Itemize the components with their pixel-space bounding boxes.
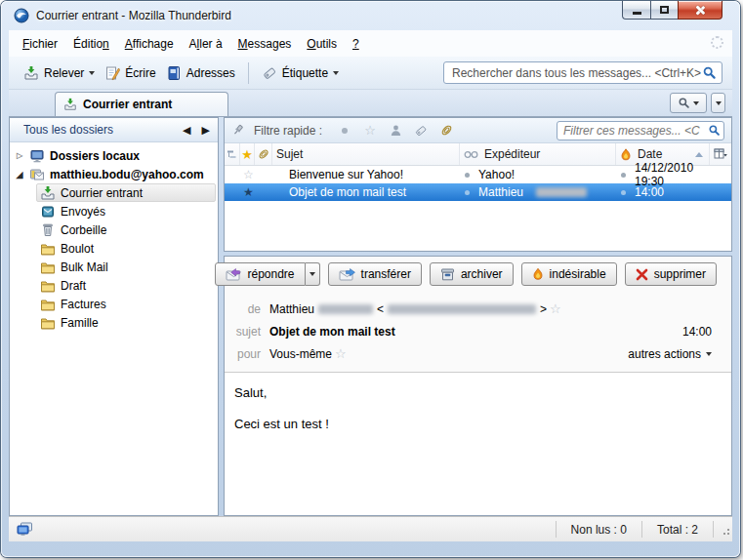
folder-factures[interactable]: Factures bbox=[10, 295, 218, 313]
other-actions-button[interactable]: autres actions bbox=[628, 347, 718, 361]
header-to-row: pour Vous-même ☆ autres actions bbox=[228, 346, 718, 361]
reply-button[interactable]: répondre bbox=[215, 262, 306, 286]
junk-indicator-icon[interactable] bbox=[621, 173, 626, 178]
junk-indicator-icon[interactable] bbox=[621, 190, 626, 195]
get-mail-button[interactable]: Relever bbox=[19, 62, 100, 84]
search-icon bbox=[708, 124, 721, 137]
filter-messages-box[interactable] bbox=[557, 121, 724, 140]
close-button[interactable] bbox=[678, 1, 722, 20]
menu-edition[interactable]: Édition bbox=[65, 32, 117, 56]
archive-button[interactable]: archiver bbox=[430, 262, 514, 286]
filter-contact-button[interactable] bbox=[383, 122, 408, 140]
right-pane: Filtre rapide : ☆ bbox=[224, 117, 732, 516]
filter-tags-button[interactable] bbox=[408, 122, 433, 140]
filter-attachment-button[interactable] bbox=[433, 122, 459, 140]
sender-column-button[interactable]: Expéditeur bbox=[460, 143, 616, 165]
read-indicator-icon[interactable] bbox=[465, 173, 470, 178]
message-row-bienvenue[interactable]: ☆ Bienvenue sur Yahoo! Yahoo! 14/12/2010… bbox=[225, 166, 731, 183]
twisty-collapsed-icon[interactable]: ▷ bbox=[15, 151, 24, 160]
message-headers: de Matthieu < > ☆ sujet Objet de mon mai bbox=[225, 288, 731, 372]
star-toggle[interactable]: ☆ bbox=[225, 168, 272, 181]
subject-column-button[interactable]: Sujet bbox=[272, 143, 460, 165]
message-time: 14:00 bbox=[682, 325, 718, 339]
menu-outils[interactable]: Outils bbox=[299, 32, 345, 56]
menu-affichage[interactable]: Affichage bbox=[117, 32, 182, 56]
delete-button[interactable]: supprimer bbox=[625, 262, 717, 286]
date-column-button[interactable]: Date bbox=[616, 143, 710, 165]
pin-icon[interactable] bbox=[231, 123, 246, 138]
message-date: 14:00 bbox=[635, 185, 664, 199]
folder-icon bbox=[40, 260, 56, 275]
filter-starred-button[interactable]: ☆ bbox=[357, 122, 383, 140]
from-bracket: > bbox=[540, 302, 547, 316]
thread-column-button[interactable] bbox=[225, 143, 240, 165]
trash-icon bbox=[40, 222, 56, 238]
maximize-button[interactable] bbox=[650, 1, 678, 20]
menu-fichier[interactable]: Fichier bbox=[15, 32, 65, 56]
paperclip-icon bbox=[258, 148, 269, 160]
titlebar[interactable]: Courrier entrant - Mozilla Thunderbird bbox=[1, 1, 740, 30]
compose-icon bbox=[104, 65, 120, 81]
to-value[interactable]: Vous-même bbox=[269, 347, 332, 361]
folder-famille[interactable]: Famille bbox=[10, 313, 218, 332]
resize-grip[interactable] bbox=[713, 521, 732, 538]
reply-dropdown-button[interactable] bbox=[306, 262, 320, 286]
filter-unread-button[interactable] bbox=[332, 122, 357, 140]
filter-messages-input[interactable] bbox=[563, 124, 708, 138]
from-label: de bbox=[228, 302, 269, 316]
menu-messages[interactable]: Messages bbox=[230, 32, 300, 56]
tag-button[interactable]: Étiquette bbox=[257, 62, 344, 84]
twisty-expanded-icon[interactable]: ◢ bbox=[15, 170, 24, 180]
dropdown-caret-icon bbox=[310, 272, 315, 276]
redacted-sender-surname bbox=[536, 187, 587, 197]
folder-corbeille[interactable]: Corbeille bbox=[10, 220, 218, 239]
star-toggle[interactable]: ★ bbox=[225, 185, 272, 199]
folder-view-back-button[interactable]: ◀ bbox=[183, 124, 190, 137]
minimize-icon bbox=[633, 12, 641, 15]
body-line: Ceci est un test ! bbox=[234, 417, 731, 431]
folder-view-forward-button[interactable]: ▶ bbox=[202, 124, 210, 137]
online-status-icon[interactable] bbox=[17, 522, 33, 537]
folder-local-folders[interactable]: ▷ Dossiers locaux bbox=[10, 146, 218, 165]
star-contact-icon[interactable]: ☆ bbox=[335, 346, 347, 361]
local-folders-icon bbox=[29, 148, 45, 164]
address-book-button[interactable]: Adresses bbox=[161, 62, 240, 84]
menu-aide[interactable]: ? bbox=[345, 32, 367, 56]
folder-bulk-mail[interactable]: Bulk Mail bbox=[10, 258, 218, 276]
read-indicator-icon[interactable] bbox=[465, 190, 470, 195]
list-all-tabs-button[interactable] bbox=[711, 93, 725, 113]
search-icon[interactable] bbox=[702, 65, 717, 80]
mail-account-icon bbox=[29, 167, 45, 182]
message-pane: répondre transférer archiver bbox=[224, 256, 732, 516]
thread-pane: Filtre rapide : ☆ bbox=[224, 117, 732, 252]
maximize-icon bbox=[660, 6, 669, 14]
forward-button[interactable]: transférer bbox=[328, 262, 422, 286]
star-contact-icon[interactable]: ☆ bbox=[550, 301, 561, 316]
folder-tree: ▷ Dossiers locaux ◢ matthieu.bodu@yahoo.… bbox=[10, 142, 218, 332]
global-search-box[interactable] bbox=[443, 61, 722, 84]
from-name[interactable]: Matthieu bbox=[269, 302, 314, 316]
star-outline-icon: ☆ bbox=[364, 123, 376, 138]
minimize-button[interactable] bbox=[622, 1, 650, 20]
folder-draft[interactable]: Draft bbox=[10, 276, 218, 295]
folder-pane: Tous les dossiers ◀ ▶ ▷ Dossiers locaux bbox=[9, 117, 219, 516]
folder-courrier-entrant[interactable]: Courrier entrant bbox=[36, 183, 216, 202]
attachment-column-button[interactable] bbox=[255, 143, 272, 165]
folder-boulot[interactable]: Boulot bbox=[10, 239, 218, 258]
from-bracket: < bbox=[377, 302, 384, 316]
thunderbird-app-icon bbox=[14, 8, 29, 23]
column-picker-button[interactable] bbox=[710, 143, 731, 165]
redacted-from-surname bbox=[318, 304, 373, 314]
global-search-input[interactable] bbox=[452, 66, 702, 80]
star-column-button[interactable]: ★ bbox=[240, 143, 255, 165]
thread-icon bbox=[227, 149, 237, 160]
tab-courrier-entrant[interactable]: Courrier entrant bbox=[55, 92, 228, 116]
junk-button[interactable]: indésirable bbox=[521, 262, 617, 286]
folder-envoyes[interactable]: Envoyés bbox=[10, 202, 218, 220]
glodo-search-button[interactable] bbox=[670, 93, 707, 113]
inbox-icon bbox=[40, 185, 56, 201]
message-row-objet-test[interactable]: ★ Objet de mon mail test Matthieu 14:00 bbox=[225, 183, 731, 201]
folder-account-yahoo[interactable]: ◢ matthieu.bodu@yahoo.com bbox=[10, 165, 218, 183]
write-button[interactable]: Écrire bbox=[100, 62, 160, 84]
menu-aller-a[interactable]: Aller à bbox=[182, 32, 230, 56]
